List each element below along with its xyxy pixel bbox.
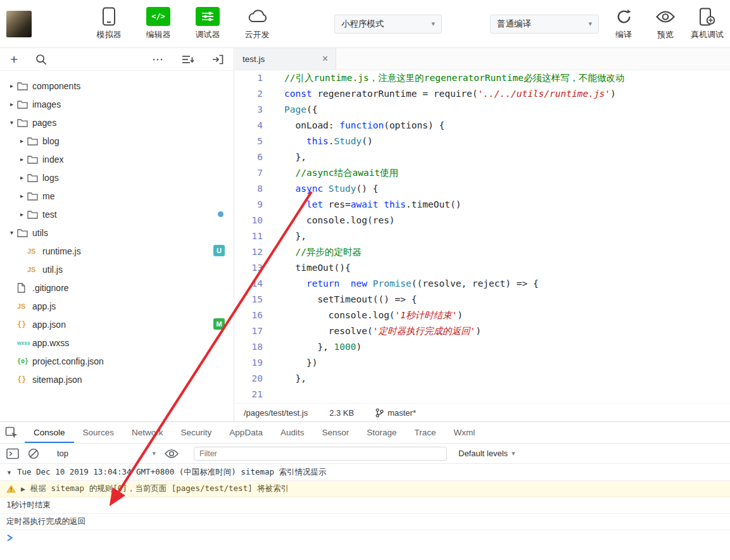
chevron-right-icon: ▸ (16, 192, 27, 199)
file-label: app.js (32, 301, 56, 311)
git-branch[interactable]: master* (375, 408, 416, 418)
more-icon[interactable]: ⋯ (152, 53, 164, 66)
tool-label: 云开发 (245, 29, 270, 40)
debugger-tabs: ConsoleSourcesNetworkSecurityAppDataAudi… (25, 422, 484, 443)
tab-network[interactable]: Network (123, 422, 172, 443)
code-text: }, 1000) (275, 339, 362, 355)
tree-item-pages[interactable]: ▾pages (0, 113, 234, 132)
clear-console-icon[interactable] (28, 448, 39, 459)
tree-item-runtime.js[interactable]: JSruntime.jsU (0, 242, 234, 260)
toolbar-button-phone[interactable]: 模拟器 (92, 7, 125, 40)
line-number: 6 (235, 149, 275, 165)
log-levels-select[interactable]: Default levels ▾ (458, 449, 515, 458)
tab-trace[interactable]: Trace (406, 422, 445, 443)
collapse-explorer-icon[interactable] (212, 54, 223, 65)
toolbar-button-cloud[interactable]: 云开发 (241, 7, 274, 40)
code-lines: 1//引入runtime.js，注意这里的regeneratorRuntime必… (235, 70, 730, 402)
toolbar-button-sliders[interactable]: 调试器 (191, 7, 224, 40)
tree-item-blog[interactable]: ▸blog (0, 132, 234, 150)
code-text (275, 387, 284, 402)
console-row-warn[interactable]: ▶根据 sitemap 的规则[0]，当前页面 [pages/test/test… (0, 481, 730, 497)
code-text: Page({ (275, 102, 317, 118)
tab-console[interactable]: Console (25, 422, 74, 443)
tab-audits[interactable]: Audits (272, 422, 313, 443)
code-text: let res=await this.timeOut() (275, 197, 461, 213)
tree-item-util.js[interactable]: JSutil.js (0, 260, 234, 278)
search-icon[interactable] (35, 54, 47, 65)
toolbar-button-code[interactable]: </>编辑器 (142, 7, 175, 40)
code-editor[interactable]: 1//引入runtime.js，注意这里的regeneratorRuntime必… (235, 70, 730, 403)
console-prompt-icon (6, 534, 13, 542)
line-number: 3 (235, 102, 275, 118)
tree-item-components[interactable]: ▸components (0, 77, 234, 95)
chevron-down-icon[interactable]: ▼ (6, 470, 12, 476)
tab-wxml[interactable]: Wxml (445, 422, 484, 443)
line-number: 18 (235, 339, 275, 355)
folder-icon (17, 82, 32, 90)
file-label: util.js (42, 264, 63, 275)
tree-item-app.wxss[interactable]: wxssapp.wxss (0, 333, 234, 352)
tree-item-project.config.json[interactable]: {o}project.config.json (0, 352, 234, 370)
tree-item-me[interactable]: ▸me (0, 187, 234, 205)
action-label: 编译 (615, 29, 632, 40)
console-row-log: 定时器执行完成的返回 (0, 514, 730, 530)
action-label: 预览 (657, 29, 674, 40)
chevron-down-icon: ▾ (6, 119, 17, 126)
action-button-refresh[interactable]: 编译 (607, 7, 640, 40)
js-file-icon: JS (27, 247, 42, 255)
chevron-right-icon[interactable]: ▶ (21, 486, 25, 492)
tab-appdata[interactable]: AppData (220, 422, 272, 443)
phone-icon (102, 7, 116, 26)
tree-item-images[interactable]: ▸images (0, 95, 234, 113)
tree-item-index[interactable]: ▸index (0, 150, 234, 168)
tree-item-logs[interactable]: ▸logs (0, 168, 234, 187)
tree-item-sitemap.json[interactable]: {}sitemap.json (0, 370, 234, 389)
console-panel-icon[interactable] (6, 448, 19, 459)
file-label: pages (32, 118, 56, 128)
tab-sources[interactable]: Sources (74, 422, 123, 443)
line-number: 10 (235, 213, 275, 228)
add-file-icon[interactable]: + (10, 53, 18, 66)
folder-icon (27, 137, 42, 146)
modified-dot (218, 211, 223, 217)
code-text: const regeneratorRuntime = require('../.… (275, 86, 616, 102)
tree-item-app.json[interactable]: {}app.jsonM (0, 315, 234, 333)
compile-mode-select[interactable]: 普通编译 ▾ (490, 15, 599, 34)
action-button-eye[interactable]: 预览 (649, 7, 682, 40)
line-number: 11 (235, 228, 275, 244)
inspect-element-icon[interactable] (5, 426, 18, 439)
tab-sensor[interactable]: Sensor (313, 422, 358, 443)
chevron-right-icon: ▸ (16, 137, 27, 144)
tree-item-app.js[interactable]: JSapp.js (0, 297, 234, 315)
tab-storage[interactable]: Storage (358, 422, 405, 443)
close-icon[interactable]: × (322, 54, 328, 64)
code-line: 13 timeOut(){ (235, 260, 730, 276)
eye-icon[interactable] (165, 449, 179, 459)
tab-test-js[interactable]: test.js × (235, 48, 336, 70)
code-line: 3Page({ (235, 102, 730, 118)
mode-select[interactable]: 小程序模式 ▾ (334, 15, 442, 34)
tree-item-utils[interactable]: ▾utils (0, 223, 234, 242)
user-avatar[interactable] (6, 11, 32, 37)
console-row-prompt[interactable] (0, 530, 730, 547)
line-number: 21 (235, 387, 275, 402)
tree-item-test[interactable]: ▸test (0, 205, 234, 223)
file-label: test (42, 209, 57, 220)
file-label: runtime.js (42, 246, 81, 256)
file-label: blog (42, 136, 59, 146)
tab-security[interactable]: Security (172, 422, 221, 443)
console-row-group[interactable]: ▼Tue Dec 10 2019 13:04:34 GMT+0800 (中国标准… (0, 464, 730, 481)
header-toolbar: 模拟器</>编辑器调试器云开发 小程序模式 ▾ 普通编译 ▾ 编译预览真机调试 (0, 0, 730, 48)
context-select[interactable]: top ▾ (57, 449, 156, 458)
json-file-icon: {} (17, 375, 32, 384)
line-number: 9 (235, 197, 275, 213)
chevron-down-icon: ▾ (431, 20, 435, 28)
line-number: 8 (235, 181, 275, 197)
filter-input[interactable] (194, 447, 447, 461)
action-button-device-debug[interactable]: 真机调试 (691, 7, 724, 40)
tree-item-.gitignore[interactable]: .gitignore (0, 278, 234, 297)
sort-icon[interactable] (182, 54, 194, 65)
line-number: 20 (235, 371, 275, 387)
js-file-icon: JS (27, 266, 42, 273)
chevron-right-icon: ▸ (16, 174, 27, 181)
